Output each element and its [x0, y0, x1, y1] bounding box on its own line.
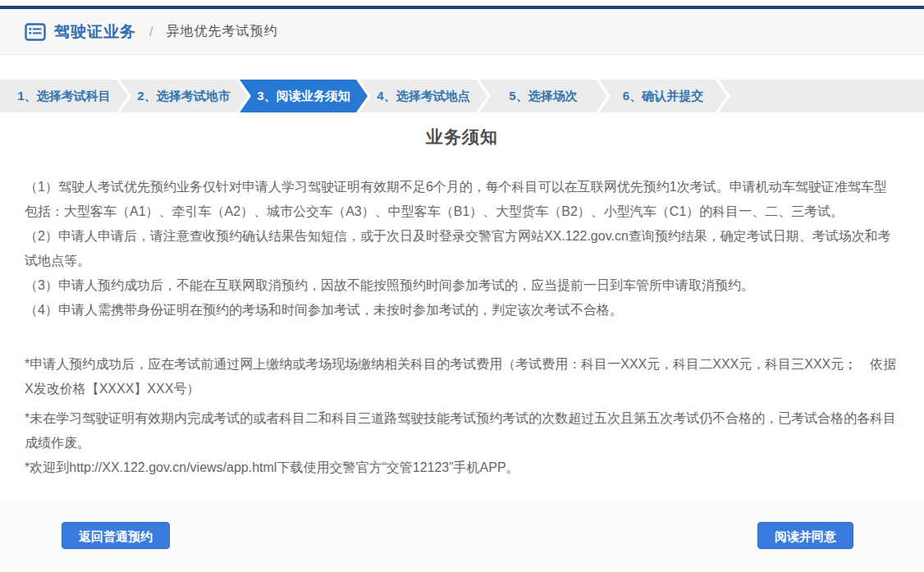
notice-main: 业务须知 （1）驾驶人考试优先预约业务仅针对申请人学习驾驶证明有效期不足6个月的… [0, 112, 924, 499]
top-white-strip [0, 0, 924, 6]
footer-bar: 返回普通预约 阅读并同意 [0, 499, 924, 572]
breadcrumb-primary[interactable]: 驾驶证业务 [54, 21, 136, 43]
fee-note-text: *申请人预约成功后，应在考试前通过网上缴纳或考场现场缴纳相关科目的考试费用（考试… [25, 357, 844, 371]
page-header: 驾驶证业务 / 异地优先考试预约 [0, 9, 924, 55]
step-select-site[interactable]: 4、选择考试地点 [359, 80, 487, 112]
step-wizard: 1、选择考试科目 2、选择考试地市 3、阅读业务须知 4、选择考试地点 5、选择… [0, 80, 924, 112]
list-icon [25, 23, 46, 41]
breadcrumb-current: 异地优先考试预约 [166, 23, 277, 40]
notice-title: 业务须知 [0, 126, 924, 149]
breadcrumb-separator: / [149, 25, 153, 39]
fee-note: *申请人预约成功后，应在考试前通过网上缴纳或考场现场缴纳相关科目的考试费用（考试… [25, 352, 899, 401]
step-read-notice[interactable]: 3、阅读业务须知 [240, 80, 368, 112]
fee-note-red-semicolon: ； [844, 357, 857, 371]
step-select-subject[interactable]: 1、选择考试科目 [0, 80, 128, 112]
notice-paragraph-2: （2）申请人申请后，请注意查收预约确认结果告知短信，或于次日及时登录交警官方网站… [25, 224, 899, 273]
notice-paragraph-4: （4）申请人需携带身份证明在预约的考场和时间参加考试，未按时参加考试的，判定该次… [25, 298, 899, 323]
step-wizard-filler [719, 80, 924, 112]
step-select-session[interactable]: 5、选择场次 [479, 80, 607, 112]
step-select-city[interactable]: 2、选择考试地市 [120, 80, 248, 112]
step-confirm-submit[interactable]: 6、确认并提交 [599, 80, 727, 112]
notice-paragraph-1: （1）驾驶人考试优先预约业务仅针对申请人学习驾驶证明有效期不足6个月的，每个科目… [25, 175, 899, 224]
back-to-normal-booking-button[interactable]: 返回普通预约 [62, 522, 170, 549]
red-warning-line: *未在学习驾驶证明有效期内完成考试的或者科目二和科目三道路驾驶技能考试预约考试的… [25, 406, 899, 455]
notice-body: （1）驾驶人考试优先预约业务仅针对申请人学习驾驶证明有效期不足6个月的，每个科目… [25, 175, 899, 480]
notice-paragraph-3: （3）申请人预约成功后，不能在互联网取消预约，因故不能按照预约时间参加考试的，应… [25, 273, 899, 298]
app-download-line: *欢迎到http://XX.122.gov.cn/views/app.html下… [25, 455, 899, 480]
read-and-agree-button[interactable]: 阅读并同意 [757, 522, 853, 549]
